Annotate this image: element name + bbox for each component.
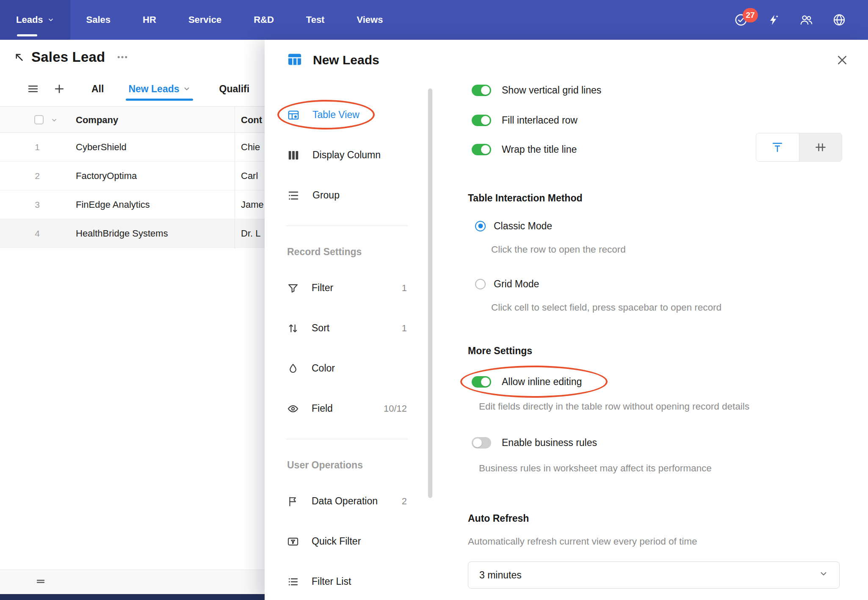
select-all-checkbox[interactable]	[34, 115, 44, 124]
auto-refresh-select[interactable]: 3 minutes	[468, 561, 840, 589]
classic-mode-option: Classic Mode	[475, 220, 552, 232]
toggle-on[interactable]	[472, 115, 491, 126]
column-divider	[235, 106, 235, 248]
interaction-method-heading: Table Interaction Method	[468, 191, 582, 205]
collapse-arrow-icon[interactable]	[13, 51, 25, 63]
inline-editing-desc: Edit fields directly in the table row wi…	[479, 400, 749, 413]
filter-list-icon	[287, 576, 299, 588]
members-icon[interactable]	[799, 13, 813, 27]
columns-icon	[287, 149, 300, 162]
view-tab-all[interactable]: All	[91, 77, 104, 101]
sidebar-item-count: 2	[402, 496, 407, 507]
chevron-down-icon	[183, 85, 191, 93]
panel-header: New Leads	[265, 40, 868, 80]
chevron-down-icon	[47, 17, 54, 23]
sidebar-item-field[interactable]: Field 10/12	[265, 388, 421, 429]
quick-filter-icon	[287, 536, 299, 548]
title-wrap-segmented-control	[756, 133, 842, 162]
view-config-panel: New Leads Table View Display Column	[265, 40, 868, 600]
auto-refresh-desc: Automatically refresh current view every…	[468, 535, 697, 548]
panel-title: New Leads	[313, 53, 379, 67]
panel-sidebar: Table View Display Column Group Record S…	[265, 80, 421, 600]
grid-mode-option: Grid Mode	[475, 278, 539, 290]
panel-settings-content: Show vertical grid lines Fill interlaced…	[468, 80, 851, 600]
navbar-actions: 27	[734, 0, 868, 40]
nav-tab-sales[interactable]: Sales	[70, 0, 127, 40]
toggle-off[interactable]	[472, 437, 491, 449]
toggle-on[interactable]	[472, 85, 491, 96]
table-view-icon	[287, 109, 300, 121]
sidebar-item-count: 10/12	[384, 403, 407, 414]
setting-show-vertical-grid-lines: Show vertical grid lines	[472, 83, 601, 98]
sidebar-section-user-operations: User Operations	[265, 449, 421, 481]
sidebar-item-count: 1	[402, 323, 407, 334]
table-grid-icon	[287, 51, 303, 69]
nav-tab-leads[interactable]: Leads	[0, 0, 70, 40]
ai-spark-icon[interactable]	[767, 14, 780, 26]
group-list-icon	[287, 189, 300, 202]
toggle-on[interactable]	[472, 144, 491, 155]
toggle-on[interactable]	[472, 376, 491, 388]
nav-tab-rd[interactable]: R&D	[238, 0, 290, 40]
sidebar-item-sort[interactable]: Sort 1	[265, 308, 421, 348]
sidebar-item-quick-filter[interactable]: Quick Filter	[265, 521, 421, 561]
eye-icon	[287, 403, 299, 415]
bottom-dark-strip	[0, 594, 265, 600]
sidebar-item-data-operation[interactable]: Data Operation 2	[265, 481, 421, 521]
view-tab-qualified[interactable]: Qualifi	[219, 77, 250, 101]
view-tab-new-leads[interactable]: New Leads	[128, 77, 190, 101]
setting-allow-inline-editing: Allow inline editing	[472, 374, 582, 389]
auto-refresh-value: 3 minutes	[479, 570, 522, 581]
notification-badge: 27	[743, 8, 758, 22]
chevron-down-icon[interactable]	[51, 117, 58, 124]
nav-tab-views[interactable]: Views	[340, 0, 399, 40]
auto-refresh-heading: Auto Refresh	[468, 512, 529, 525]
sidebar-item-filter[interactable]: Filter 1	[265, 268, 421, 308]
sidebar-item-group[interactable]: Group	[265, 175, 421, 215]
nav-tab-test[interactable]: Test	[290, 0, 341, 40]
flag-icon	[287, 495, 299, 507]
view-list-icon[interactable]	[27, 83, 39, 95]
screen: Leads Sales HR Service R&D Test Views 27	[0, 0, 868, 600]
grid-footer-bar	[0, 570, 265, 594]
sidebar-item-count: 1	[402, 283, 407, 294]
more-options-icon[interactable]	[116, 51, 129, 63]
sidebar-divider	[286, 439, 408, 439]
fixed-row-height-option[interactable]	[799, 133, 842, 161]
more-settings-heading: More Settings	[468, 344, 532, 358]
active-tab-underline	[17, 34, 37, 36]
drag-handle-icon[interactable]	[36, 576, 46, 588]
column-header-contact: Cont	[241, 107, 262, 133]
filter-funnel-icon	[287, 282, 299, 294]
task-check-icon[interactable]: 27	[734, 13, 748, 27]
sidebar-section-record-settings: Record Settings	[265, 236, 421, 268]
nav-tab-service[interactable]: Service	[172, 0, 238, 40]
nav-tab-hr[interactable]: HR	[127, 0, 172, 40]
wrap-title-option[interactable]	[756, 133, 799, 161]
sidebar-item-filter-list[interactable]: Filter List	[265, 561, 421, 600]
radio-unselected[interactable]	[475, 279, 486, 289]
radio-selected[interactable]	[475, 221, 486, 231]
add-view-icon[interactable]	[53, 83, 65, 95]
setting-wrap-title-line: Wrap the title line	[472, 142, 577, 157]
language-globe-icon[interactable]	[832, 13, 846, 27]
close-icon[interactable]	[836, 54, 849, 66]
setting-fill-interlaced-row: Fill interlaced row	[472, 113, 578, 128]
grid-mode-desc: Click cell to select field, press spaceb…	[491, 301, 721, 314]
page-title: Sales Lead	[31, 49, 105, 65]
business-rules-desc: Business rules in worksheet may affect i…	[479, 462, 712, 475]
page-header: Sales Lead	[13, 46, 129, 69]
sidebar-item-table-view[interactable]: Table View	[265, 95, 421, 135]
chevron-down-icon	[819, 569, 828, 581]
top-navbar: Leads Sales HR Service R&D Test Views 27	[0, 0, 868, 40]
column-header-company: Company	[76, 107, 118, 133]
sort-arrows-icon	[287, 322, 299, 334]
sidebar-item-display-column[interactable]: Display Column	[265, 135, 421, 175]
color-droplet-icon	[287, 363, 299, 374]
classic-mode-desc: Click the row to open the record	[491, 243, 626, 256]
panel-scrollbar[interactable]	[428, 88, 432, 498]
sidebar-divider	[286, 226, 408, 226]
setting-enable-business-rules: Enable business rules	[472, 435, 597, 450]
nav-tab-label: Leads	[16, 14, 43, 25]
sidebar-item-color[interactable]: Color	[265, 348, 421, 388]
